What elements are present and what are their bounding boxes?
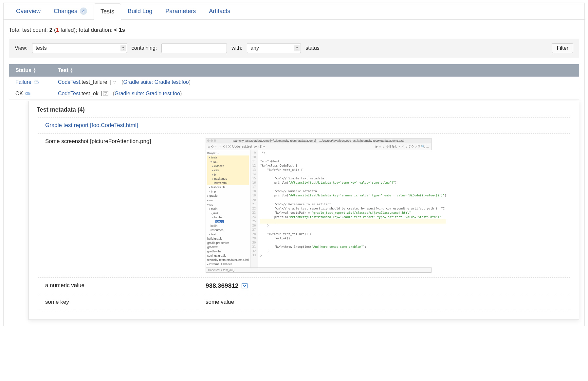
table-header: Status ▲▼ Test ▲▼ (9, 64, 579, 77)
test-suite[interactable]: Gradle suite: Gradle test:foo (115, 91, 180, 96)
select-arrows-icon: ▲▼ (294, 45, 300, 51)
summary-open: ( (52, 27, 56, 33)
containing-input[interactable] (161, 43, 227, 53)
status-select[interactable]: any ▲▼ (247, 43, 301, 53)
containing-label: containing: (132, 45, 157, 51)
tab-changes[interactable]: Changes 4 (47, 3, 94, 19)
separator: | (109, 79, 112, 85)
select-arrows-icon: ▲▼ (120, 45, 126, 51)
test-class[interactable]: CodeTest (58, 91, 80, 96)
ide-editor: 9101112131415161718192021222324252627282… (250, 150, 449, 267)
dropdown-icon[interactable]: ▽ (103, 91, 108, 96)
screenshot-label: Some screenshot [pictureForAttention.png… (45, 138, 206, 145)
ide-toolbar: ⌂ ⟲ ← → ⟲ | ⓚ CodeTest.test_ok (1) ▾ ▶ ⌗… (206, 143, 431, 150)
view-select-value: tests (36, 45, 120, 51)
tab-tests[interactable]: Tests (94, 3, 121, 20)
summary-line: Total test count: 2 (1 failed); total du… (4, 20, 584, 39)
metadata-row-numeric: a numeric value 938.369812 (37, 277, 571, 294)
summary-close: ); total duration: (74, 27, 114, 33)
table-row: Failure CodeTest.test_failure |▽ (Gradle… (9, 77, 579, 88)
ide-toolbar-right: ▶ ⌗ ☼ ⟐ Ⅱ Git: ✓ ✓ ☼ ⤴ ⥁ ↗ ⍰ 🔍 〓 (376, 144, 429, 149)
sort-icon: ▲▼ (70, 68, 73, 73)
paren: ) (180, 91, 182, 96)
status-failure[interactable]: Failure (15, 79, 31, 85)
attachment-icon[interactable] (33, 79, 41, 86)
total-count: 2 (49, 27, 52, 33)
status-ok: OK (15, 91, 23, 97)
metadata-row-link: Gradle test report [foo.CodeTest.html] (37, 117, 571, 133)
test-class[interactable]: CodeTest (58, 79, 80, 85)
tabs-bar: Overview Changes 4 Tests Build Log Param… (4, 3, 584, 20)
filter-button[interactable]: Filter (552, 43, 573, 53)
table-row: OK CodeTest.test_ok |▽ (Gradle suite: Gr… (9, 88, 579, 100)
ide-toolbar-left: ⌂ ⟲ ← → ⟲ | ⓚ CodeTest.test_ok (1) ▾ (208, 144, 265, 149)
chart-icon[interactable] (242, 283, 248, 288)
gradle-report-link[interactable]: Gradle test report [foo.CodeTest.html] (45, 122, 206, 129)
numeric-key: a numeric value (45, 282, 206, 289)
metadata-row-kv: some key some value (37, 294, 571, 310)
ide-breadcrumb: CodeTest › test_ok() (206, 267, 431, 272)
separator: | (100, 91, 103, 96)
test-method[interactable]: .test_failure (80, 79, 107, 85)
tab-build-log[interactable]: Build Log (121, 3, 159, 19)
tab-parameters[interactable]: Parameters (159, 3, 202, 19)
kv-value: some value (206, 299, 570, 305)
view-select[interactable]: tests ▲▼ (32, 43, 127, 53)
dropdown-icon[interactable]: ▽ (112, 80, 117, 84)
changes-count-badge: 4 (80, 8, 87, 15)
tab-changes-label: Changes (54, 8, 77, 15)
view-label: View: (15, 45, 28, 51)
with-label: with: (231, 45, 242, 51)
window-traffic-lights (207, 139, 216, 142)
tab-artifacts[interactable]: Artifacts (202, 3, 237, 19)
status-label: status (305, 45, 320, 51)
ide-project-tree: Project ▾ ▾ tests ▾ test ▸ classes ▸ css… (206, 150, 250, 267)
filter-bar: View: tests ▲▼ containing: with: any ▲▼ … (9, 39, 579, 58)
sort-icon: ▲▼ (33, 68, 36, 73)
numeric-value: 938.369812 (206, 282, 238, 289)
header-status[interactable]: Status ▲▼ (9, 64, 58, 77)
screenshot-thumbnail[interactable]: teamcity-testMetadataDemo [~/Git/teamcit… (206, 138, 432, 273)
metadata-title: Test metadata (4) (37, 106, 571, 113)
failed-word: failed (59, 27, 74, 33)
tab-overview[interactable]: Overview (9, 3, 47, 19)
ide-window-title: teamcity-testMetadataDemo [~/Git/teamcit… (233, 139, 404, 142)
paren: ) (189, 79, 191, 85)
status-select-value: any (250, 45, 294, 51)
failed-count: 1 (56, 27, 59, 33)
metadata-popup: Test metadata (4) Gradle test report [fo… (28, 101, 579, 320)
header-test[interactable]: Test ▲▼ (58, 64, 579, 77)
header-test-label: Test (58, 67, 68, 73)
kv-key: some key (45, 299, 206, 305)
metadata-row-screenshot: Some screenshot [pictureForAttention.png… (37, 133, 571, 277)
attachment-icon[interactable] (25, 90, 32, 98)
total-duration: < 1s (114, 27, 125, 33)
test-method[interactable]: .test_ok (80, 91, 99, 96)
summary-prefix: Total test count: (9, 27, 49, 33)
header-status-label: Status (15, 67, 31, 73)
test-suite[interactable]: Gradle suite: Gradle test:foo (123, 79, 189, 85)
